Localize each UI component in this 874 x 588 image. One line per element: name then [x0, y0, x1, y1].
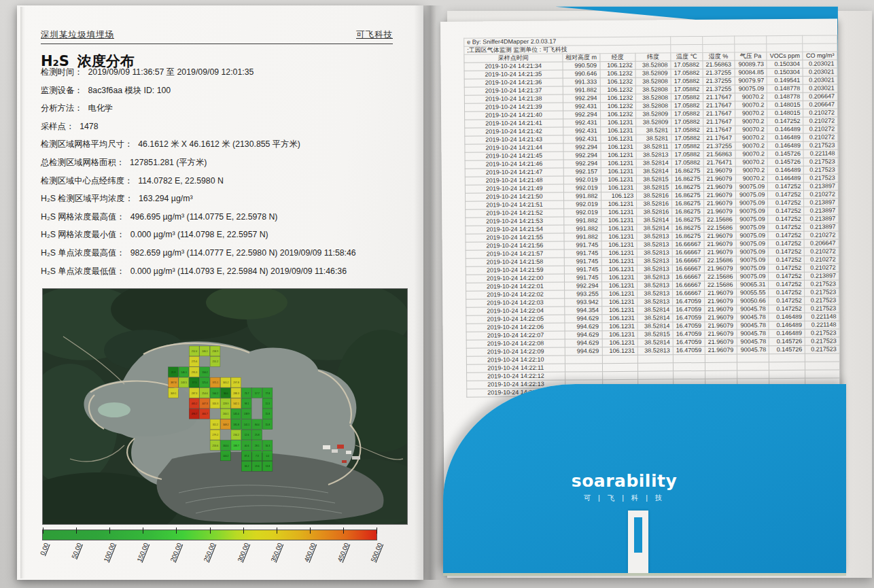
- cell-value: 38.52808: [635, 77, 671, 86]
- info-line: 总检测区域网格面积：127851.281 (平方米): [41, 157, 207, 169]
- cell-value: 90075.09: [736, 248, 769, 256]
- table-empty-cell: [737, 354, 769, 362]
- cell-value: 17.05882: [671, 142, 703, 150]
- cell-timestamp: 2019-10-24 14:22:11: [466, 364, 565, 373]
- cell-value: 90070.2: [735, 175, 768, 183]
- cell-value: 90075.09: [735, 232, 768, 240]
- page-header: 深圳某垃圾填埋场 可飞科技: [41, 26, 393, 44]
- cell-value: 0.210272: [805, 264, 839, 272]
- cell-value: 0.210272: [805, 256, 839, 264]
- measurement-table: e By: Sniffer4DMapper 2.0.03.17;工园区气体监测 …: [464, 35, 840, 397]
- table-empty-cell: [767, 44, 803, 52]
- grid-cell-value: 16.3: [265, 445, 270, 447]
- cell-timestamp: 2019-10-24 14:21:59: [466, 266, 564, 275]
- cell-value: 90075.09: [736, 273, 769, 281]
- cell-value: 106.1231: [601, 241, 637, 249]
- cell-value: 0.147252: [769, 272, 805, 280]
- cell-value: 106.1232: [600, 86, 636, 94]
- table-empty-cell: [767, 35, 803, 44]
- cell-value: 21.17647: [703, 109, 735, 118]
- cell-value: 90075.09: [735, 183, 768, 191]
- cell-value: 90075.09: [736, 240, 769, 248]
- cell-value: 0.146489: [767, 125, 803, 133]
- cell-value: 990.646: [563, 70, 600, 78]
- folder-pocket: soarability 可 | 飞 | 科 | 技: [443, 384, 846, 573]
- cell-value: 0.147252: [768, 207, 804, 215]
- cell-value: 992.019: [563, 201, 601, 209]
- cell-value: 16.47059: [673, 297, 705, 305]
- cell-value: 106.1231: [601, 265, 637, 273]
- cell-value: 0.217523: [805, 296, 839, 305]
- cell-value: 38.52808: [636, 102, 671, 110]
- cell-value: 38.52809: [636, 110, 671, 118]
- cell-value: 17.05882: [671, 158, 703, 167]
- grid-cell-value: 145.0: [233, 413, 239, 415]
- cell-timestamp: 2019-10-24 14:21:36: [464, 78, 563, 87]
- grid-cell-value: 305.2: [223, 381, 229, 384]
- table-empty-cell: [805, 362, 840, 370]
- table-column-header: 气压 Pa: [734, 52, 767, 60]
- cell-value: 106.1231: [601, 208, 637, 216]
- report-spread: 深圳某垃圾填埋场 可飞科技 H₂S 浓度分布 检测时间：2019/09/09 1…: [0, 0, 874, 588]
- grid-cell-value: 34.2: [245, 465, 249, 468]
- cell-value: 0.206647: [804, 239, 839, 247]
- grid-cell-value: 342.1: [233, 402, 239, 405]
- cell-value: 16.47059: [673, 338, 705, 346]
- cell-timestamp: 2019-10-24 14:22:08: [466, 339, 565, 348]
- cell-timestamp: 2019-10-24 14:21:40: [465, 111, 563, 120]
- cell-value: 90075.09: [735, 224, 768, 232]
- cell-value: 106.1231: [602, 347, 638, 355]
- cell-value: 991.882: [563, 217, 601, 225]
- info-label: 采样点：: [41, 122, 74, 131]
- cell-value: 0.145726: [767, 150, 803, 158]
- grid-cell-value: 466.7: [202, 413, 208, 415]
- cell-value: 0.210272: [804, 231, 839, 239]
- cell-value: 991.882: [563, 192, 601, 201]
- cell-value: 21.17647: [703, 101, 735, 109]
- table-empty-cell: [602, 355, 638, 363]
- table-empty-cell: [805, 353, 840, 362]
- booklet-spine: [414, 5, 444, 580]
- cell-value: 38.52808: [635, 86, 671, 94]
- cell-value: 106.1231: [602, 330, 638, 339]
- cell-timestamp: 2019-10-24 14:21:44: [465, 143, 563, 152]
- grid-cell-value: 21.9: [171, 371, 176, 374]
- cell-value: 38.52809: [635, 69, 671, 77]
- info-label: 检测区域中心点经纬度：: [41, 176, 133, 186]
- cell-value: 38.5281: [636, 135, 671, 143]
- info-label: H₂S 网格浓度最小值：: [41, 230, 125, 239]
- cell-value: 0.147252: [769, 280, 805, 288]
- cell-value: 106.1231: [601, 151, 637, 159]
- grid-cell-value: 287.3: [192, 392, 198, 395]
- cell-value: 994.629: [565, 339, 602, 347]
- cell-value: 90045.78: [737, 346, 769, 354]
- info-line: 采样点：1478: [41, 121, 99, 133]
- table-empty-cell: [671, 44, 703, 52]
- cell-value: 17.05882: [671, 85, 703, 93]
- colorbar-tick: [43, 528, 43, 534]
- table-column-header: VOCs ppm: [767, 52, 803, 60]
- cell-value: 90075.09: [735, 199, 768, 207]
- cell-value: 106.1231: [601, 273, 637, 281]
- colorbar-tick: [143, 528, 143, 534]
- grid-cell-value: 0.0: [266, 455, 269, 457]
- grid-cell-value: 288.3: [233, 392, 239, 395]
- colorbar-tick-label: 450.00: [336, 542, 350, 563]
- grid-cell-value: 25.8: [255, 434, 260, 436]
- cell-value: 90075.09: [735, 207, 768, 215]
- cell-value: 38.52814: [637, 314, 673, 322]
- grid-cell-value: 140.2: [223, 455, 229, 457]
- cell-value: 38.5281: [636, 126, 671, 135]
- cell-value: 21.37255: [703, 142, 735, 150]
- cell-value: 90079.97: [735, 77, 767, 85]
- colorbar-tick-label: 0.00: [38, 542, 50, 556]
- cell-value: 0.217523: [805, 305, 839, 313]
- colorbar-tick: [176, 528, 177, 534]
- colorbar-tick: [210, 528, 211, 534]
- cell-value: 0.217523: [805, 329, 840, 337]
- cell-value: 90045.78: [736, 313, 769, 322]
- cell-value: 90075.09: [735, 215, 768, 224]
- cell-value: 106.1231: [601, 306, 637, 314]
- cell-value: 0.148778: [767, 84, 803, 92]
- table-column-header: 经度: [599, 53, 635, 61]
